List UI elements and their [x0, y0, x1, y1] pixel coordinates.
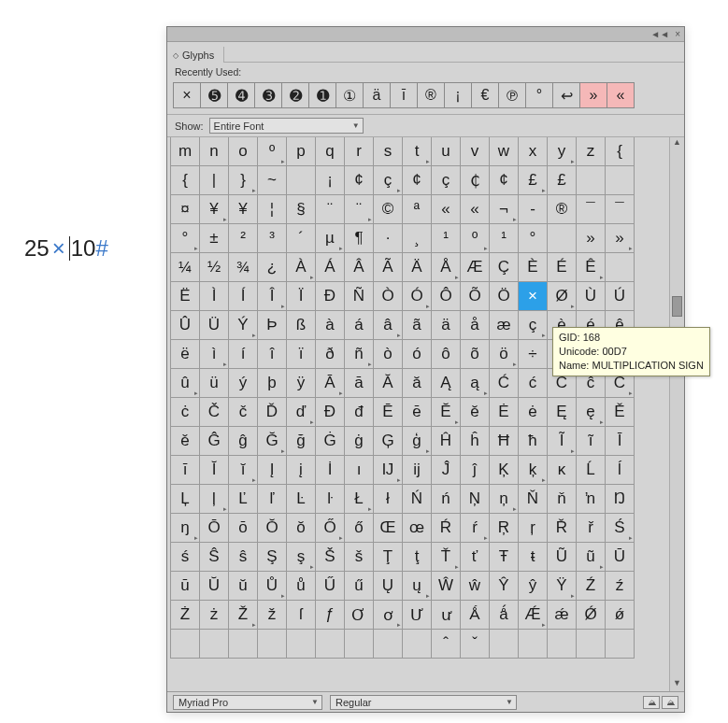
glyph-cell[interactable]: ė	[518, 397, 548, 427]
glyph-cell[interactable]: Ĵ	[431, 455, 461, 485]
recent-glyph[interactable]: ®	[417, 82, 445, 108]
scrollbar-down-icon[interactable]: ▼	[670, 678, 684, 691]
recent-glyph[interactable]: ī	[390, 82, 418, 108]
glyph-cell[interactable]: Ų	[373, 571, 403, 601]
glyph-cell[interactable]: ³	[257, 223, 287, 253]
glyph-cell[interactable]: å	[460, 310, 490, 340]
glyph-cell[interactable]: ±	[199, 223, 229, 253]
glyph-cell[interactable]: ¢	[344, 165, 374, 195]
glyph-cell[interactable]: º▸	[257, 137, 287, 166]
glyph-cell[interactable]: ã	[402, 310, 432, 340]
glyph-cell[interactable]: ą▸	[460, 368, 490, 398]
glyph-cell[interactable]: Ż	[170, 600, 200, 630]
recent-glyph[interactable]: ①	[335, 82, 364, 108]
glyph-cell[interactable]: Ž▸	[228, 600, 258, 630]
glyph-cell[interactable]: ķ▸	[518, 455, 548, 485]
glyph-cell[interactable]: n	[199, 137, 229, 166]
glyph-cell[interactable]: ŀ	[315, 484, 345, 514]
glyph-cell[interactable]: ŷ	[518, 571, 548, 601]
glyph-cell[interactable]: ²	[228, 223, 258, 253]
glyph-cell[interactable]: Ŧ	[489, 542, 519, 572]
glyph-cell[interactable]: ¯	[605, 194, 635, 224]
glyph-cell[interactable]: É	[547, 252, 577, 282]
glyph-cell[interactable]: ņ▸	[489, 484, 519, 514]
glyph-cell[interactable]	[547, 223, 577, 253]
glyph-cell[interactable]: Ǽ▸	[518, 600, 548, 630]
glyph-cell[interactable]: ġ	[344, 426, 374, 456]
glyph-cell[interactable]: w	[489, 137, 519, 166]
glyph-cell[interactable]: ¢	[489, 165, 519, 195]
glyph-cell[interactable]	[605, 629, 635, 659]
glyph-cell[interactable]: ý	[228, 368, 258, 398]
glyph-cell[interactable]	[257, 629, 287, 659]
glyph-cell[interactable]: ţ	[402, 542, 432, 572]
glyph-cell[interactable]: -	[518, 194, 548, 224]
glyph-cell[interactable]: ü	[199, 368, 229, 398]
glyph-cell[interactable]: ₵	[460, 165, 490, 195]
glyph-cell[interactable]: ű	[344, 571, 374, 601]
glyph-cell[interactable]: ˇ	[460, 629, 490, 659]
glyph-cell[interactable]: Ā▸	[315, 368, 345, 398]
tab-menu-icon[interactable]: ◇	[173, 51, 178, 60]
glyph-cell[interactable]: þ	[257, 368, 287, 398]
glyph-cell[interactable]: ¿	[257, 252, 287, 282]
glyph-cell[interactable]: ơ▸	[373, 600, 403, 630]
glyph-cell[interactable]	[228, 629, 258, 659]
glyph-cell[interactable]: Ă	[373, 368, 403, 398]
glyph-cell[interactable]: Å▸	[431, 252, 461, 282]
glyph-cell[interactable]: ń	[431, 484, 461, 514]
glyph-cell[interactable]: Ŭ	[199, 571, 229, 601]
glyph-cell[interactable]: }▸	[228, 165, 258, 195]
glyph-cell[interactable]: š	[344, 542, 374, 572]
recent-glyph[interactable]: ℗	[498, 82, 526, 108]
glyph-cell[interactable]: â▸	[373, 310, 403, 340]
glyph-cell[interactable]: ®	[547, 194, 577, 224]
glyph-cell[interactable]: Ĳ▸	[373, 455, 403, 485]
glyph-cell[interactable]: Ư	[402, 600, 432, 630]
glyph-cell[interactable]: Ļ	[170, 484, 200, 514]
glyph-cell[interactable]: Ŀ	[286, 484, 316, 514]
glyph-cell[interactable]: ¾	[228, 252, 258, 282]
glyph-cell[interactable]: ě	[170, 426, 200, 456]
glyph-cell[interactable]: {	[605, 137, 635, 166]
glyph-cell[interactable]	[518, 629, 548, 659]
glyph-cell[interactable]: Ů▸	[257, 571, 287, 601]
glyph-cell[interactable]: Į	[257, 455, 287, 485]
glyph-cell[interactable]: ç▸	[373, 165, 403, 195]
glyph-cell[interactable]: à	[315, 310, 345, 340]
scrollbar-thumb[interactable]	[672, 296, 682, 317]
glyph-cell[interactable]: õ	[460, 339, 490, 369]
glyph-cell[interactable]: Ò	[373, 281, 403, 311]
glyph-cell[interactable]: ž	[257, 600, 287, 630]
glyph-cell[interactable]: ť	[460, 542, 490, 572]
glyph-cell[interactable]: Ė	[489, 397, 519, 427]
glyph-cell[interactable]: ¥▸	[199, 194, 229, 224]
glyph-cell[interactable]: Ě	[605, 397, 635, 427]
glyph-cell[interactable]: ŧ	[518, 542, 548, 572]
glyph-cell[interactable]: ñ▸	[344, 339, 374, 369]
glyph-cell[interactable]: Ď	[257, 397, 287, 427]
glyph-cell[interactable]: ş▸	[286, 542, 316, 572]
recent-glyph[interactable]: »	[579, 82, 607, 108]
glyph-cell[interactable]: Ķ	[489, 455, 519, 485]
vertical-scrollbar[interactable]: ▲ ▼	[669, 137, 684, 691]
glyph-cell[interactable]: Ŗ	[489, 513, 519, 543]
glyph-cell[interactable]: ŵ	[460, 571, 490, 601]
glyph-cell[interactable]: s	[373, 137, 403, 166]
glyph-cell[interactable]: |	[199, 165, 229, 195]
glyph-cell[interactable]: ô	[431, 339, 461, 369]
glyph-cell[interactable]: Ç	[489, 252, 519, 282]
glyph-cell[interactable]: ħ	[518, 426, 548, 456]
recent-glyph[interactable]: ➊	[308, 82, 336, 108]
glyph-cell[interactable]	[373, 629, 403, 659]
glyph-cell[interactable]: í	[228, 339, 258, 369]
glyph-cell[interactable]: ū	[170, 571, 200, 601]
glyph-cell[interactable]: ĝ	[228, 426, 258, 456]
glyph-cell[interactable]: §	[286, 194, 316, 224]
glyph-cell[interactable]: »▸	[605, 223, 635, 253]
glyph-cell[interactable]: ŝ	[228, 542, 258, 572]
glyph-cell[interactable]: Ł▸	[344, 484, 374, 514]
glyph-cell[interactable]: ä	[431, 310, 461, 340]
collapse-icon[interactable]: ◄◄	[650, 29, 669, 39]
glyph-cell[interactable]: Ś▸	[605, 513, 635, 543]
